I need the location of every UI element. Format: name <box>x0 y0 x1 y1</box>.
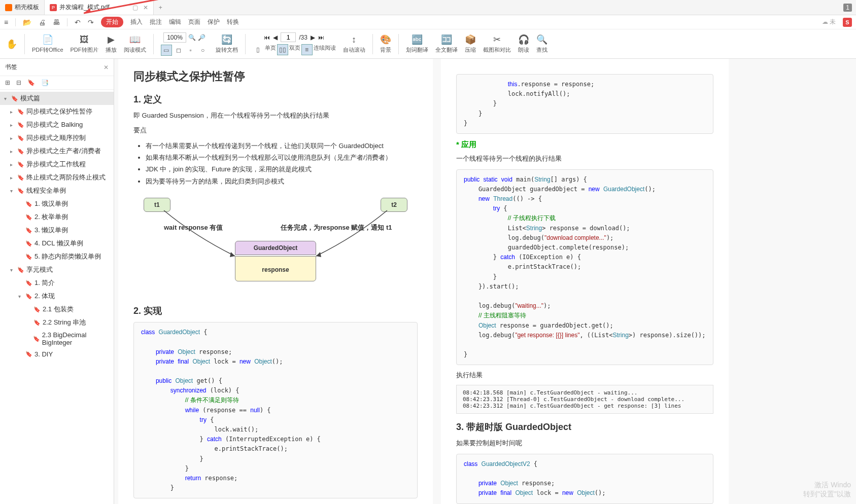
menu-icon[interactable]: ≡ <box>4 18 8 26</box>
bookmark-icon: 🔖 <box>17 188 24 194</box>
bookmark-item[interactable]: 🔖1. 饿汉单例 <box>0 197 114 210</box>
document-viewport[interactable]: 同步模式之保护性暂停 1. 定义 即 Guarded Suspension，用在… <box>114 59 856 504</box>
bookmark-item[interactable]: ▸🔖同步模式之顺序控制 <box>0 131 114 145</box>
bookmark-item[interactable]: 🔖5. 静态内部类懒汉单例 <box>0 250 114 263</box>
bookmark-item[interactable]: 🔖3. 懒汉单例 <box>0 224 114 237</box>
svg-marker-2 <box>230 252 235 257</box>
expand-arrow-icon[interactable]: ▸ <box>10 149 15 154</box>
bookmark-item[interactable]: ▸🔖异步模式之工作线程 <box>0 158 114 171</box>
screenshot-button[interactable]: ✂截图和对比 <box>481 34 513 54</box>
bookmark-icon: 🔖 <box>17 109 24 115</box>
read-mode-button[interactable]: 📖阅读模式 <box>122 34 148 54</box>
svg-marker-3 <box>316 252 321 257</box>
pdf-to-office-button[interactable]: 📄PDF转Office <box>30 34 65 54</box>
bookmark-item[interactable]: 🔖3. DIY <box>0 348 114 360</box>
insert-tab[interactable]: 插入 <box>130 18 143 26</box>
start-tab[interactable]: 开始 <box>101 17 123 27</box>
bookmark-item[interactable]: 🔖1. 简介 <box>0 276 114 290</box>
rotate-button[interactable]: 🔄旋转文档 <box>214 34 240 54</box>
compress-button[interactable]: 📦压缩 <box>463 34 478 54</box>
edit-tab[interactable]: 编辑 <box>169 18 181 26</box>
select-translate-button[interactable]: 🔤划词翻译 <box>404 34 430 54</box>
bookmark-label: 异步模式之生产者/消费者 <box>26 147 101 156</box>
save-icon[interactable]: 🖨 <box>39 18 46 26</box>
expand-arrow-icon[interactable]: ▸ <box>10 109 15 115</box>
bookmark-item[interactable]: ▾🔖模式篇 <box>0 92 114 105</box>
open-icon[interactable]: 📂 <box>23 18 31 26</box>
fit-visible-button[interactable]: ○ <box>197 45 209 56</box>
bookmark-icon: 🔖 <box>25 293 32 300</box>
page-nav-group: ⏮ ◀ /33 ▶ ⏭ ▯单页 ▯▯双页 ≡连续阅读 <box>251 32 338 55</box>
list-item: JDK 中，join 的实现、Future 的实现，采用的就是此模式 <box>146 163 418 175</box>
redo-icon[interactable]: ↷ <box>88 18 94 26</box>
para: 执行结果 <box>456 370 713 381</box>
bookmark-icon[interactable]: 🔖 <box>27 79 35 86</box>
bookmark-icon: 🔖 <box>33 306 41 313</box>
page-total: /33 <box>299 34 307 41</box>
double-page-button[interactable]: ▯▯ <box>277 44 288 55</box>
fit-width-button[interactable]: ▭ <box>161 45 172 56</box>
bookmark-item[interactable]: ▸🔖同步模式之 Balking <box>0 118 114 131</box>
zoom-in-icon[interactable]: 🔎 <box>198 34 206 41</box>
next-page-button[interactable]: ▶ <box>311 34 315 41</box>
tab-count-badge[interactable]: 1 <box>843 4 852 12</box>
bookmark-item[interactable]: ▾🔖2. 体现 <box>0 290 114 303</box>
prev-page-button[interactable]: ◀ <box>273 34 278 41</box>
tabs-bar: 稻壳模板 P 并发编程_模式.pdf ▢ ✕ + 1 <box>0 0 856 15</box>
expand-arrow-icon[interactable]: ▸ <box>10 175 15 181</box>
bookmark-item[interactable]: 🔖2.2 String 串池 <box>0 316 114 329</box>
bookmark-item[interactable]: 🔖2.3 BigDecimal BigInteger <box>0 329 114 348</box>
restore-icon[interactable]: ▢ <box>132 4 138 11</box>
diagram-arrows <box>133 195 418 297</box>
zoom-out-icon[interactable]: 🔍 <box>188 34 196 41</box>
bookmark-outline-icon[interactable]: 📑 <box>41 79 49 86</box>
autoscroll-button[interactable]: ↕自动滚动 <box>341 34 367 54</box>
fit-page-button[interactable]: ◻ <box>173 45 184 56</box>
page-tab[interactable]: 页面 <box>188 18 200 26</box>
single-page-button[interactable]: ▯ <box>253 44 264 55</box>
batch-tab[interactable]: 批注 <box>150 18 162 26</box>
print-icon[interactable]: 🖶 <box>53 18 60 26</box>
cloud-icon[interactable]: ☁ 未 <box>822 18 836 26</box>
protect-tab[interactable]: 保护 <box>208 18 220 26</box>
full-translate-button[interactable]: 🈁全文翻译 <box>433 34 460 54</box>
expand-arrow-icon[interactable]: ▾ <box>10 188 15 194</box>
background-button[interactable]: 🎨背景 <box>378 34 393 54</box>
find-button[interactable]: 🔍查找 <box>534 34 550 54</box>
close-icon[interactable]: ✕ <box>143 4 148 11</box>
page-input[interactable] <box>281 32 296 42</box>
hand-tool[interactable]: ✋ <box>4 39 19 50</box>
wps-logo-icon[interactable]: S <box>843 18 852 27</box>
expand-arrow-icon[interactable]: ▸ <box>10 122 15 128</box>
continuous-button[interactable]: ≡ <box>301 44 313 55</box>
expand-arrow-icon[interactable]: ▾ <box>18 294 23 299</box>
convert-tab[interactable]: 转换 <box>227 18 239 26</box>
play-button[interactable]: ▶播放 <box>104 34 119 54</box>
actual-size-button[interactable]: ▫ <box>185 45 196 56</box>
bookmark-item[interactable]: ▾🔖线程安全单例 <box>0 184 114 197</box>
bookmark-item[interactable]: 🔖4. DCL 懒汉单例 <box>0 237 114 250</box>
bookmark-item[interactable]: 🔖2.1 包装类 <box>0 303 114 316</box>
bookmark-item[interactable]: ▸🔖异步模式之生产者/消费者 <box>0 145 114 158</box>
expand-arrow-icon[interactable]: ▸ <box>10 162 15 167</box>
first-page-button[interactable]: ⏮ <box>264 34 270 41</box>
last-page-button[interactable]: ⏭ <box>318 34 324 41</box>
sidebar-close-icon[interactable]: ✕ <box>104 64 109 71</box>
tab-pdf[interactable]: P 并发编程_模式.pdf ▢ ✕ <box>45 0 154 15</box>
bookmark-item[interactable]: ▸🔖终止模式之两阶段终止模式 <box>0 171 114 184</box>
bookmark-item[interactable]: 🔖2. 枚举单例 <box>0 210 114 224</box>
new-tab-button[interactable]: + <box>154 4 167 11</box>
expand-arrow-icon[interactable]: ▸ <box>10 135 15 141</box>
undo-icon[interactable]: ↶ <box>75 18 81 26</box>
speak-button[interactable]: 🎧朗读 <box>516 34 531 54</box>
expand-arrow-icon[interactable]: ▾ <box>4 96 9 101</box>
expand-arrow-icon[interactable]: ▾ <box>10 267 15 273</box>
tab-template[interactable]: 稻壳模板 <box>0 0 45 15</box>
bookmark-item[interactable]: ▸🔖同步模式之保护性暂停 <box>0 105 114 118</box>
bookmark-item[interactable]: ▾🔖享元模式 <box>0 263 114 276</box>
add-bookmark-icon[interactable]: ⊞ <box>5 79 10 86</box>
bookmark-tree: ▾🔖模式篇▸🔖同步模式之保护性暂停▸🔖同步模式之 Balking▸🔖同步模式之顺… <box>0 90 114 362</box>
pdf-to-image-button[interactable]: 🖼PDF转图片 <box>69 34 100 54</box>
remove-bookmark-icon[interactable]: ⊟ <box>16 79 21 86</box>
zoom-select[interactable]: 100% <box>163 32 186 43</box>
